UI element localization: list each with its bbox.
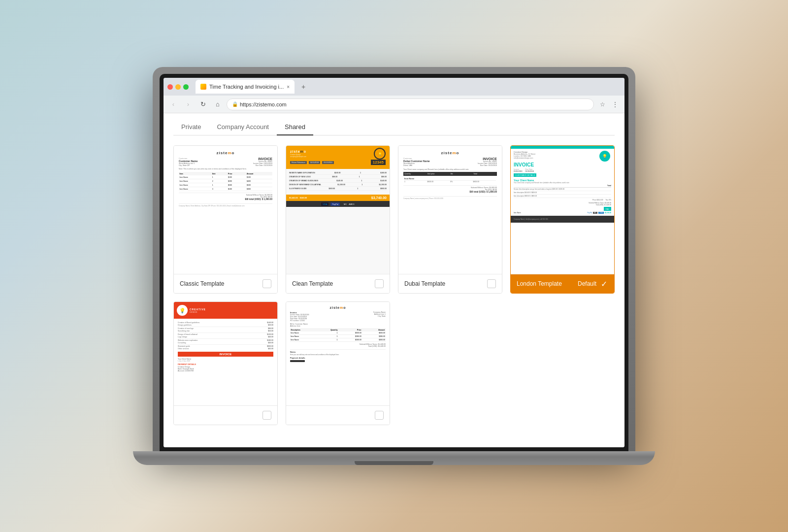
template-preview-simple: zistemo Invoice Invoice date: 01/01/2018… bbox=[286, 302, 390, 405]
template-preview-classic: zistemo Customer Customer Name Street Ad… bbox=[174, 146, 277, 274]
default-label: Default bbox=[578, 280, 596, 287]
classic-checkbox[interactable] bbox=[263, 279, 271, 288]
traffic-lights bbox=[167, 84, 189, 90]
toolbar-actions: ☆ ⋮ bbox=[597, 99, 621, 110]
dubai-footer: Dubai Template bbox=[398, 274, 502, 293]
template-preview-london: Creative Design Business Address, 12 Str… bbox=[511, 146, 614, 274]
default-badge: Default ✓ bbox=[578, 279, 608, 288]
tab-title: Time Tracking and Invoicing i... bbox=[209, 84, 284, 90]
tab-private[interactable]: Private bbox=[173, 119, 209, 135]
browser-titlebar: Time Tracking and Invoicing i... × + bbox=[164, 78, 624, 96]
template-preview-dubai: zistemo Customer Dubai Customer Name Str… bbox=[398, 146, 502, 274]
clean-template-label: Clean Template bbox=[292, 280, 333, 287]
active-tab[interactable]: Time Tracking and Invoicing i... × bbox=[196, 80, 295, 94]
london-footer: London Template Default ✓ bbox=[511, 274, 614, 293]
dubai-checkbox[interactable] bbox=[487, 279, 496, 288]
template-card-dubai[interactable]: zistemo Customer Dubai Customer Name Str… bbox=[398, 145, 502, 294]
clean-checkbox[interactable] bbox=[375, 279, 384, 288]
screen-bezel: Time Tracking and Invoicing i... × + ‹ ›… bbox=[160, 74, 628, 451]
classic-template-label: Classic Template bbox=[180, 280, 224, 287]
browser-toolbar: ‹ › ↻ ⌂ 🔒 https://zistemo.com ☆ ⋮ bbox=[164, 96, 624, 113]
url-bar[interactable]: 🔒 https://zistemo.com bbox=[227, 99, 594, 110]
orange-footer bbox=[174, 405, 277, 425]
reload-button[interactable]: ↻ bbox=[197, 99, 209, 110]
laptop-screen: Time Tracking and Invoicing i... × + ‹ ›… bbox=[164, 78, 624, 447]
classic-footer: Classic Template bbox=[174, 274, 277, 293]
tab-company-account[interactable]: Company Account bbox=[209, 119, 277, 135]
template-preview-orange: 💡 CREATIVE DESIGN bbox=[174, 302, 277, 405]
back-button[interactable]: ‹ bbox=[167, 99, 179, 110]
close-button[interactable] bbox=[167, 84, 173, 90]
laptop-base bbox=[133, 451, 655, 465]
template-card-clean[interactable]: 👁 ⬆ zistemo Creative Designcompany@examp… bbox=[286, 145, 390, 294]
page-content: Private Company Account Shared bbox=[164, 113, 624, 447]
template-tabs: Private Company Account Shared bbox=[173, 113, 615, 135]
maximize-button[interactable] bbox=[183, 84, 189, 90]
template-card-london[interactable]: Creative Design Business Address, 12 Str… bbox=[510, 145, 615, 294]
template-card-classic[interactable]: zistemo Customer Customer Name Street Ad… bbox=[173, 145, 278, 294]
dubai-template-label: Dubai Template bbox=[404, 280, 445, 287]
home-button[interactable]: ⌂ bbox=[212, 99, 224, 110]
template-preview-clean: 👁 ⬆ zistemo Creative Designcompany@examp… bbox=[286, 146, 390, 274]
forward-button[interactable]: › bbox=[182, 99, 194, 110]
url-text: https://zistemo.com bbox=[240, 101, 287, 107]
template-grid: zistemo Customer Customer Name Street Ad… bbox=[173, 145, 615, 294]
minimize-button[interactable] bbox=[175, 84, 181, 90]
laptop-body: Time Tracking and Invoicing i... × + ‹ ›… bbox=[153, 67, 635, 451]
bookmark-icon[interactable]: ☆ bbox=[597, 99, 608, 110]
tab-shared[interactable]: Shared bbox=[277, 119, 313, 135]
empty-slot-4 bbox=[510, 301, 615, 425]
browser: Time Tracking and Invoicing i... × + ‹ ›… bbox=[164, 78, 624, 447]
template-card-simple[interactable]: zistemo Invoice Invoice date: 01/01/2018… bbox=[286, 301, 390, 425]
laptop-wrapper: Time Tracking and Invoicing i... × + ‹ ›… bbox=[133, 67, 655, 465]
orange-checkbox[interactable] bbox=[263, 411, 271, 420]
london-checkbox[interactable]: ✓ bbox=[599, 279, 608, 288]
london-template-label: London Template bbox=[517, 280, 562, 287]
clean-footer: Clean Template bbox=[286, 274, 390, 293]
tab-close-icon[interactable]: × bbox=[287, 84, 290, 90]
secure-icon: 🔒 bbox=[232, 101, 238, 107]
menu-icon[interactable]: ⋮ bbox=[610, 99, 621, 110]
simple-checkbox[interactable] bbox=[375, 411, 384, 420]
empty-slot-3 bbox=[398, 301, 502, 425]
simple-footer bbox=[286, 405, 390, 425]
template-grid-row2: 💡 CREATIVE DESIGN bbox=[173, 301, 615, 425]
template-card-orange[interactable]: 💡 CREATIVE DESIGN bbox=[173, 301, 278, 425]
new-tab-button[interactable]: + bbox=[297, 81, 309, 93]
tab-favicon bbox=[200, 84, 206, 90]
